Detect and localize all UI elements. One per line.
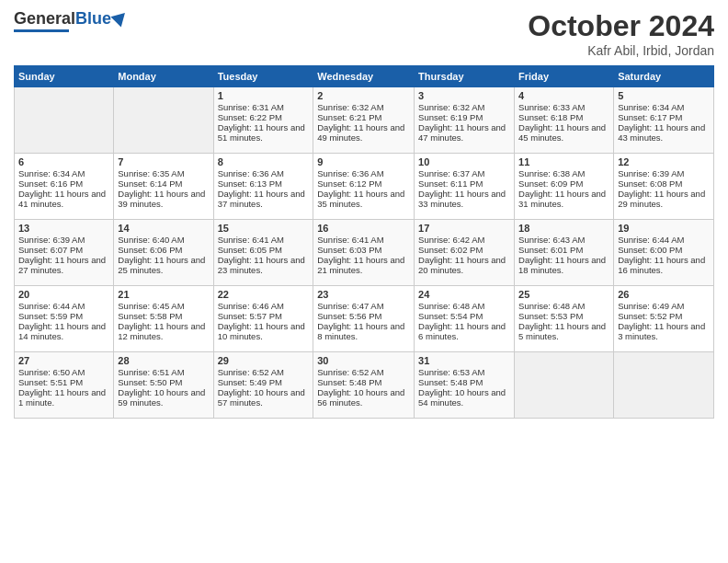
sunset-text: Sunset: 5:50 PM — [118, 377, 209, 387]
sunset-text: Sunset: 5:59 PM — [18, 311, 109, 321]
logo-general-text: General — [14, 9, 75, 29]
weekday-header: Sunday — [15, 66, 114, 87]
sunset-text: Sunset: 5:54 PM — [418, 311, 510, 321]
day-number: 3 — [418, 90, 510, 101]
calendar-week-row: 13Sunrise: 6:39 AMSunset: 6:07 PMDayligh… — [15, 220, 714, 286]
sunrise-text: Sunrise: 6:33 AM — [518, 102, 609, 112]
sunrise-text: Sunrise: 6:38 AM — [518, 168, 609, 178]
calendar-cell: 12Sunrise: 6:39 AMSunset: 6:08 PMDayligh… — [614, 154, 714, 220]
day-number: 17 — [418, 223, 510, 234]
sunrise-text: Sunrise: 6:52 AM — [218, 367, 310, 377]
day-number: 1 — [218, 90, 310, 101]
daylight-text: Daylight: 11 hours and 6 minutes. — [418, 321, 510, 341]
calendar-cell — [114, 87, 213, 154]
day-number: 5 — [618, 90, 710, 101]
calendar-cell: 4Sunrise: 6:33 AMSunset: 6:18 PMDaylight… — [515, 87, 614, 154]
daylight-text: Daylight: 11 hours and 41 minutes. — [18, 189, 109, 209]
daylight-text: Daylight: 11 hours and 33 minutes. — [418, 189, 510, 209]
calendar-week-row: 6Sunrise: 6:34 AMSunset: 6:16 PMDaylight… — [15, 154, 714, 220]
calendar-cell: 23Sunrise: 6:47 AMSunset: 5:56 PMDayligh… — [313, 286, 415, 352]
day-number: 29 — [218, 355, 310, 366]
sunset-text: Sunset: 6:12 PM — [317, 178, 410, 189]
day-number: 24 — [418, 289, 510, 300]
sunrise-text: Sunrise: 6:50 AM — [18, 367, 109, 377]
calendar-cell: 10Sunrise: 6:37 AMSunset: 6:11 PMDayligh… — [415, 154, 515, 220]
day-number: 4 — [518, 90, 609, 101]
day-number: 15 — [218, 223, 310, 234]
calendar-cell: 19Sunrise: 6:44 AMSunset: 6:00 PMDayligh… — [614, 220, 714, 286]
calendar-cell: 6Sunrise: 6:34 AMSunset: 6:16 PMDaylight… — [15, 154, 114, 220]
sunrise-text: Sunrise: 6:39 AM — [618, 168, 710, 178]
daylight-text: Daylight: 11 hours and 51 minutes. — [218, 122, 310, 143]
daylight-text: Daylight: 11 hours and 1 minute. — [18, 387, 109, 408]
day-number: 7 — [118, 156, 209, 167]
calendar-week-row: 1Sunrise: 6:31 AMSunset: 6:22 PMDaylight… — [15, 87, 714, 154]
sunset-text: Sunset: 6:14 PM — [118, 178, 209, 189]
calendar-week-row: 20Sunrise: 6:44 AMSunset: 5:59 PMDayligh… — [15, 286, 714, 352]
sunset-text: Sunset: 6:07 PM — [18, 245, 109, 255]
calendar-cell — [15, 87, 114, 154]
day-number: 25 — [518, 289, 609, 300]
daylight-text: Daylight: 11 hours and 49 minutes. — [317, 122, 410, 143]
sunset-text: Sunset: 5:53 PM — [518, 311, 609, 321]
weekday-header: Saturday — [614, 66, 714, 87]
sunrise-text: Sunrise: 6:34 AM — [18, 168, 109, 178]
calendar-cell: 17Sunrise: 6:42 AMSunset: 6:02 PMDayligh… — [415, 220, 515, 286]
calendar-cell: 2Sunrise: 6:32 AMSunset: 6:21 PMDaylight… — [313, 87, 415, 154]
daylight-text: Daylight: 11 hours and 18 minutes. — [518, 255, 609, 275]
sunrise-text: Sunrise: 6:47 AM — [317, 301, 410, 311]
calendar-cell: 3Sunrise: 6:32 AMSunset: 6:19 PMDaylight… — [415, 87, 515, 154]
daylight-text: Daylight: 11 hours and 20 minutes. — [418, 255, 510, 275]
month-title: October 2024 — [528, 9, 714, 43]
sunrise-text: Sunrise: 6:35 AM — [118, 168, 209, 178]
sunrise-text: Sunrise: 6:48 AM — [518, 301, 609, 311]
sunset-text: Sunset: 6:02 PM — [418, 245, 510, 255]
sunrise-text: Sunrise: 6:36 AM — [218, 168, 310, 178]
calendar-cell: 11Sunrise: 6:38 AMSunset: 6:09 PMDayligh… — [515, 154, 614, 220]
calendar-cell: 16Sunrise: 6:41 AMSunset: 6:03 PMDayligh… — [313, 220, 415, 286]
sunset-text: Sunset: 6:01 PM — [518, 245, 609, 255]
calendar-cell: 28Sunrise: 6:51 AMSunset: 5:50 PMDayligh… — [114, 352, 213, 419]
daylight-text: Daylight: 11 hours and 23 minutes. — [218, 255, 310, 275]
location-text: Kafr Abil, Irbid, Jordan — [528, 43, 714, 58]
daylight-text: Daylight: 11 hours and 10 minutes. — [218, 321, 310, 341]
daylight-text: Daylight: 11 hours and 8 minutes. — [317, 321, 410, 341]
calendar-cell: 13Sunrise: 6:39 AMSunset: 6:07 PMDayligh… — [15, 220, 114, 286]
calendar-cell: 1Sunrise: 6:31 AMSunset: 6:22 PMDaylight… — [213, 87, 313, 154]
calendar-cell: 20Sunrise: 6:44 AMSunset: 5:59 PMDayligh… — [15, 286, 114, 352]
day-number: 27 — [18, 355, 109, 366]
weekday-header: Monday — [114, 66, 213, 87]
day-number: 21 — [118, 289, 209, 300]
calendar-cell: 5Sunrise: 6:34 AMSunset: 6:17 PMDaylight… — [614, 87, 714, 154]
day-number: 6 — [18, 156, 109, 167]
calendar-cell: 31Sunrise: 6:53 AMSunset: 5:48 PMDayligh… — [415, 352, 515, 419]
sunset-text: Sunset: 5:48 PM — [418, 377, 510, 387]
day-number: 14 — [118, 223, 209, 234]
title-block: October 2024 Kafr Abil, Irbid, Jordan — [528, 9, 714, 58]
calendar-cell: 30Sunrise: 6:52 AMSunset: 5:48 PMDayligh… — [313, 352, 415, 419]
day-number: 18 — [518, 223, 609, 234]
sunrise-text: Sunrise: 6:49 AM — [618, 301, 710, 311]
day-number: 20 — [18, 289, 109, 300]
calendar-table: SundayMondayTuesdayWednesdayThursdayFrid… — [14, 65, 714, 419]
sunset-text: Sunset: 6:13 PM — [218, 178, 310, 189]
calendar-cell: 22Sunrise: 6:46 AMSunset: 5:57 PMDayligh… — [213, 286, 313, 352]
calendar-cell: 26Sunrise: 6:49 AMSunset: 5:52 PMDayligh… — [614, 286, 714, 352]
calendar-cell: 9Sunrise: 6:36 AMSunset: 6:12 PMDaylight… — [313, 154, 415, 220]
sunrise-text: Sunrise: 6:34 AM — [618, 102, 710, 112]
logo-blue-text: Blue — [75, 9, 111, 29]
sunrise-text: Sunrise: 6:44 AM — [618, 235, 710, 245]
sunrise-text: Sunrise: 6:45 AM — [118, 301, 209, 311]
sunset-text: Sunset: 6:09 PM — [518, 178, 609, 189]
sunrise-text: Sunrise: 6:44 AM — [18, 301, 109, 311]
sunrise-text: Sunrise: 6:42 AM — [418, 235, 510, 245]
weekday-header-row: SundayMondayTuesdayWednesdayThursdayFrid… — [15, 66, 714, 87]
daylight-text: Daylight: 10 hours and 59 minutes. — [118, 387, 209, 408]
page-container: General Blue October 2024 Kafr Abil, Irb… — [0, 0, 728, 428]
weekday-header: Thursday — [415, 66, 515, 87]
day-number: 19 — [618, 223, 710, 234]
calendar-cell: 15Sunrise: 6:41 AMSunset: 6:05 PMDayligh… — [213, 220, 313, 286]
weekday-header: Friday — [515, 66, 614, 87]
sunset-text: Sunset: 6:22 PM — [218, 112, 310, 122]
sunrise-text: Sunrise: 6:41 AM — [218, 235, 310, 245]
